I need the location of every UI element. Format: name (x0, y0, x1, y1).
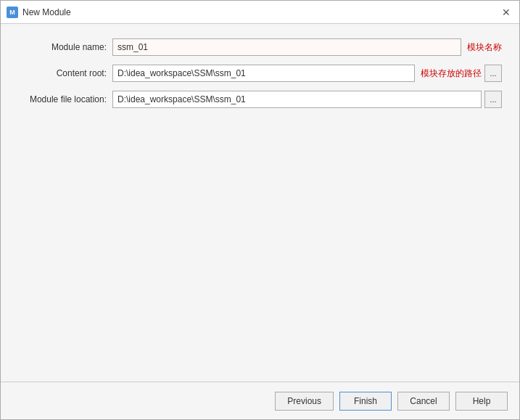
content-root-browse-button[interactable]: ... (484, 65, 502, 82)
new-module-dialog: M New Module ✕ Module name: 模块名称 Content… (0, 0, 520, 420)
dialog-icon: M (7, 7, 18, 18)
content-root-input[interactable] (112, 65, 415, 82)
help-button[interactable]: Help (455, 392, 508, 411)
module-file-location-input[interactable] (112, 91, 482, 108)
module-file-location-label: Module file location: (18, 94, 112, 104)
dialog-title: New Module (22, 7, 71, 17)
module-name-row: Module name: 模块名称 (18, 38, 502, 56)
previous-button[interactable]: Previous (275, 392, 334, 411)
module-name-input[interactable] (112, 38, 461, 56)
module-name-field-container: 模块名称 (112, 38, 502, 56)
content-root-row: Content root: 模块存放的路径 ... (18, 65, 502, 82)
title-bar-left: M New Module (7, 7, 71, 18)
content-root-annotation: 模块存放的路径 (421, 67, 482, 80)
module-file-location-browse-button[interactable]: ... (484, 91, 502, 108)
module-file-location-row: Module file location: ... (18, 91, 502, 108)
cancel-button[interactable]: Cancel (397, 392, 450, 411)
finish-button[interactable]: Finish (339, 392, 392, 411)
module-name-label: Module name: (18, 42, 112, 52)
bottom-bar: Previous Finish Cancel Help (1, 382, 519, 419)
content-area: Module name: 模块名称 Content root: 模块存放的路径 … (1, 24, 519, 382)
module-name-input-wrap: 模块名称 (112, 38, 502, 56)
module-name-annotation: 模块名称 (467, 41, 502, 54)
close-button[interactable]: ✕ (499, 5, 513, 20)
title-bar: M New Module ✕ (1, 1, 519, 24)
content-root-input-wrap: 模块存放的路径 ... (112, 65, 502, 82)
content-root-field-container: 模块存放的路径 (112, 65, 482, 82)
module-file-location-input-wrap: ... (112, 91, 502, 108)
content-root-label: Content root: (18, 68, 112, 78)
